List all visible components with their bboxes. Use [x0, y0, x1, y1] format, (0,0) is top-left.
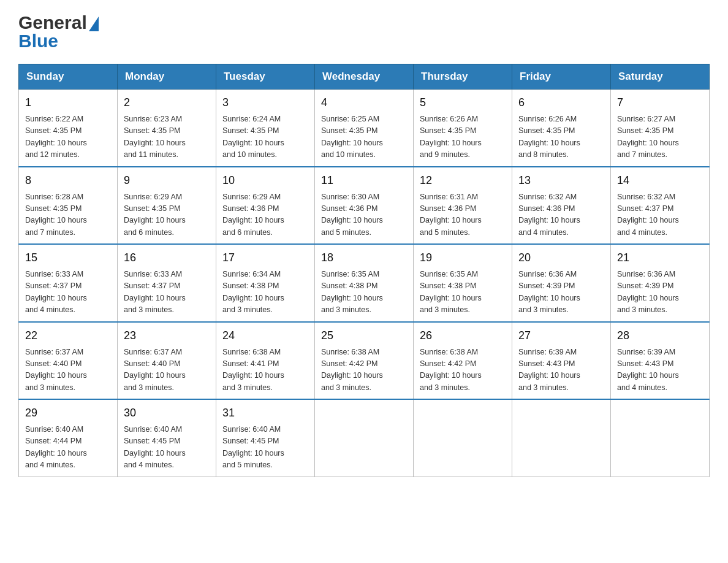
column-header-thursday: Thursday	[414, 64, 512, 90]
calendar-cell: 21Sunrise: 6:36 AMSunset: 4:39 PMDayligh…	[611, 244, 710, 322]
day-number: 19	[420, 250, 506, 266]
day-info: Sunrise: 6:38 AMSunset: 4:42 PMDaylight:…	[420, 347, 506, 394]
day-info: Sunrise: 6:24 AMSunset: 4:35 PMDaylight:…	[222, 113, 308, 161]
column-header-saturday: Saturday	[611, 64, 710, 90]
day-info: Sunrise: 6:35 AMSunset: 4:38 PMDaylight:…	[420, 269, 506, 316]
day-number: 23	[124, 327, 210, 344]
logo-blue-text: Blue	[18, 31, 58, 52]
week-row-3: 15Sunrise: 6:33 AMSunset: 4:37 PMDayligh…	[19, 244, 710, 322]
calendar-cell: 5Sunrise: 6:26 AMSunset: 4:35 PMDaylight…	[414, 90, 512, 167]
day-number: 7	[617, 94, 703, 111]
week-row-5: 29Sunrise: 6:40 AMSunset: 4:44 PMDayligh…	[19, 399, 710, 477]
day-info: Sunrise: 6:40 AMSunset: 4:45 PMDaylight:…	[222, 424, 308, 472]
calendar-cell: 6Sunrise: 6:26 AMSunset: 4:35 PMDaylight…	[512, 90, 611, 167]
day-info: Sunrise: 6:22 AMSunset: 4:35 PMDaylight:…	[25, 113, 111, 161]
calendar-cell: 29Sunrise: 6:40 AMSunset: 4:44 PMDayligh…	[19, 399, 118, 477]
week-row-2: 8Sunrise: 6:28 AMSunset: 4:35 PMDaylight…	[19, 167, 710, 245]
day-number: 11	[321, 172, 407, 189]
day-number: 12	[420, 172, 506, 189]
week-row-1: 1Sunrise: 6:22 AMSunset: 4:35 PMDaylight…	[19, 90, 710, 167]
day-info: Sunrise: 6:23 AMSunset: 4:35 PMDaylight:…	[124, 113, 210, 161]
day-info: Sunrise: 6:38 AMSunset: 4:42 PMDaylight:…	[321, 347, 407, 394]
day-info: Sunrise: 6:30 AMSunset: 4:36 PMDaylight:…	[321, 191, 407, 239]
day-number: 10	[222, 172, 308, 189]
day-info: Sunrise: 6:28 AMSunset: 4:35 PMDaylight:…	[25, 191, 111, 239]
day-info: Sunrise: 6:26 AMSunset: 4:35 PMDaylight:…	[518, 113, 604, 161]
day-number: 5	[420, 94, 506, 111]
calendar-cell: 26Sunrise: 6:38 AMSunset: 4:42 PMDayligh…	[414, 322, 512, 400]
day-number: 28	[617, 327, 703, 344]
calendar-cell: 25Sunrise: 6:38 AMSunset: 4:42 PMDayligh…	[315, 322, 414, 400]
page-header: General Blue	[18, 12, 710, 52]
calendar-cell: 27Sunrise: 6:39 AMSunset: 4:43 PMDayligh…	[512, 322, 611, 400]
calendar-cell: 16Sunrise: 6:33 AMSunset: 4:37 PMDayligh…	[118, 244, 216, 322]
day-number: 14	[617, 172, 703, 189]
logo-triangle-icon	[89, 17, 99, 31]
calendar-cell: 12Sunrise: 6:31 AMSunset: 4:36 PMDayligh…	[414, 167, 512, 245]
calendar-cell: 1Sunrise: 6:22 AMSunset: 4:35 PMDaylight…	[19, 90, 118, 167]
day-info: Sunrise: 6:33 AMSunset: 4:37 PMDaylight:…	[124, 269, 210, 316]
day-info: Sunrise: 6:26 AMSunset: 4:35 PMDaylight:…	[420, 113, 506, 161]
day-info: Sunrise: 6:36 AMSunset: 4:39 PMDaylight:…	[617, 269, 703, 316]
calendar-cell: 17Sunrise: 6:34 AMSunset: 4:38 PMDayligh…	[216, 244, 315, 322]
day-info: Sunrise: 6:39 AMSunset: 4:43 PMDaylight:…	[518, 347, 604, 394]
day-info: Sunrise: 6:32 AMSunset: 4:36 PMDaylight:…	[518, 191, 604, 239]
day-info: Sunrise: 6:25 AMSunset: 4:35 PMDaylight:…	[321, 113, 407, 161]
day-number: 1	[25, 94, 111, 111]
calendar-cell: 22Sunrise: 6:37 AMSunset: 4:40 PMDayligh…	[19, 322, 118, 400]
column-header-monday: Monday	[118, 64, 216, 90]
day-number: 29	[25, 405, 111, 421]
day-info: Sunrise: 6:39 AMSunset: 4:43 PMDaylight:…	[617, 347, 703, 394]
day-number: 18	[321, 250, 407, 266]
day-number: 3	[222, 94, 308, 111]
day-number: 2	[124, 94, 210, 111]
calendar-cell: 19Sunrise: 6:35 AMSunset: 4:38 PMDayligh…	[414, 244, 512, 322]
column-header-tuesday: Tuesday	[216, 64, 315, 90]
calendar-cell	[315, 399, 414, 477]
calendar-cell: 10Sunrise: 6:29 AMSunset: 4:36 PMDayligh…	[216, 167, 315, 245]
day-info: Sunrise: 6:37 AMSunset: 4:40 PMDaylight:…	[124, 347, 210, 394]
day-info: Sunrise: 6:40 AMSunset: 4:45 PMDaylight:…	[124, 424, 210, 472]
day-number: 8	[25, 172, 111, 189]
day-number: 31	[222, 405, 308, 421]
day-number: 13	[518, 172, 604, 189]
day-number: 27	[518, 327, 604, 344]
calendar-cell: 4Sunrise: 6:25 AMSunset: 4:35 PMDaylight…	[315, 90, 414, 167]
calendar-cell: 24Sunrise: 6:38 AMSunset: 4:41 PMDayligh…	[216, 322, 315, 400]
day-number: 6	[518, 94, 604, 111]
day-info: Sunrise: 6:38 AMSunset: 4:41 PMDaylight:…	[222, 347, 308, 394]
calendar-cell	[611, 399, 710, 477]
day-number: 25	[321, 327, 407, 344]
day-number: 20	[518, 250, 604, 266]
calendar-cell: 3Sunrise: 6:24 AMSunset: 4:35 PMDaylight…	[216, 90, 315, 167]
day-info: Sunrise: 6:40 AMSunset: 4:44 PMDaylight:…	[25, 424, 111, 472]
day-info: Sunrise: 6:27 AMSunset: 4:35 PMDaylight:…	[617, 113, 703, 161]
column-header-friday: Friday	[512, 64, 611, 90]
day-number: 17	[222, 250, 308, 266]
calendar-cell: 20Sunrise: 6:36 AMSunset: 4:39 PMDayligh…	[512, 244, 611, 322]
calendar-cell: 9Sunrise: 6:29 AMSunset: 4:35 PMDaylight…	[118, 167, 216, 245]
calendar-cell: 31Sunrise: 6:40 AMSunset: 4:45 PMDayligh…	[216, 399, 315, 477]
day-info: Sunrise: 6:36 AMSunset: 4:39 PMDaylight:…	[518, 269, 604, 316]
calendar-cell: 23Sunrise: 6:37 AMSunset: 4:40 PMDayligh…	[118, 322, 216, 400]
calendar-cell: 2Sunrise: 6:23 AMSunset: 4:35 PMDaylight…	[118, 90, 216, 167]
day-number: 4	[321, 94, 407, 111]
calendar-cell: 14Sunrise: 6:32 AMSunset: 4:37 PMDayligh…	[611, 167, 710, 245]
day-number: 9	[124, 172, 210, 189]
day-number: 21	[617, 250, 703, 266]
calendar-cell	[414, 399, 512, 477]
calendar-cell: 8Sunrise: 6:28 AMSunset: 4:35 PMDaylight…	[19, 167, 118, 245]
day-info: Sunrise: 6:35 AMSunset: 4:38 PMDaylight:…	[321, 269, 407, 316]
logo-row2: Blue	[18, 31, 99, 52]
day-number: 22	[25, 327, 111, 344]
logo-row1: General	[18, 12, 99, 33]
day-info: Sunrise: 6:33 AMSunset: 4:37 PMDaylight:…	[25, 269, 111, 316]
logo: General Blue	[18, 12, 99, 52]
calendar-cell: 11Sunrise: 6:30 AMSunset: 4:36 PMDayligh…	[315, 167, 414, 245]
logo-general-text: General	[18, 12, 87, 33]
calendar-cell: 7Sunrise: 6:27 AMSunset: 4:35 PMDaylight…	[611, 90, 710, 167]
day-info: Sunrise: 6:29 AMSunset: 4:36 PMDaylight:…	[222, 191, 308, 239]
day-number: 24	[222, 327, 308, 344]
day-info: Sunrise: 6:32 AMSunset: 4:37 PMDaylight:…	[617, 191, 703, 239]
day-number: 26	[420, 327, 506, 344]
